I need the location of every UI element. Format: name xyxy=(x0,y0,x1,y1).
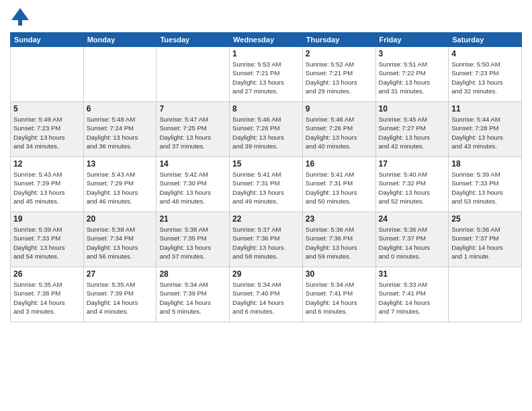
day-number: 16 xyxy=(306,159,373,169)
day-info-line: Sunset: 7:21 PM xyxy=(306,69,353,77)
day-info: Sunrise: 5:36 AMSunset: 7:36 PMDaylight:… xyxy=(306,225,373,261)
day-info: Sunrise: 5:49 AMSunset: 7:23 PMDaylight:… xyxy=(13,115,81,150)
day-number: 11 xyxy=(451,104,519,113)
day-info-line: and 34 minutes. xyxy=(13,142,59,150)
calendar-cell: 18Sunrise: 5:39 AMSunset: 7:33 PMDayligh… xyxy=(449,157,522,212)
day-number: 2 xyxy=(306,49,373,58)
day-number: 10 xyxy=(379,104,446,113)
calendar-cell: 25Sunrise: 5:36 AMSunset: 7:37 PMDayligh… xyxy=(449,212,522,267)
day-info-line: and 31 minutes. xyxy=(379,87,425,95)
day-info-line: Sunset: 7:37 PM xyxy=(451,234,498,242)
day-info: Sunrise: 5:50 AMSunset: 7:23 PMDaylight:… xyxy=(451,60,519,95)
day-info-line: Sunset: 7:33 PM xyxy=(451,179,498,187)
day-info-line: Sunset: 7:24 PM xyxy=(87,124,134,132)
day-info-line: Sunset: 7:22 PM xyxy=(379,69,426,77)
day-info-line: and 53 minutes. xyxy=(451,197,497,205)
day-info-line: Sunset: 7:30 PM xyxy=(159,179,206,187)
calendar-cell: 24Sunrise: 5:36 AMSunset: 7:37 PMDayligh… xyxy=(375,212,449,267)
calendar-day-header: Sunday xyxy=(11,33,84,47)
calendar-cell: 14Sunrise: 5:42 AMSunset: 7:30 PMDayligh… xyxy=(157,157,230,212)
calendar-cell: 6Sunrise: 5:48 AMSunset: 7:24 PMDaylight… xyxy=(83,102,157,157)
day-info-line: Sunrise: 5:35 AM xyxy=(87,281,135,288)
day-number: 13 xyxy=(87,159,154,169)
calendar-week-row: 26Sunrise: 5:35 AMSunset: 7:38 PMDayligh… xyxy=(11,267,522,322)
calendar-cell: 20Sunrise: 5:38 AMSunset: 7:34 PMDayligh… xyxy=(83,212,157,267)
day-number: 27 xyxy=(87,269,154,279)
day-info-line: Sunrise: 5:43 AM xyxy=(87,171,135,178)
day-number: 19 xyxy=(13,214,81,224)
day-info-line: and 4 minutes. xyxy=(87,308,128,315)
day-info-line: and 27 minutes. xyxy=(232,87,278,95)
day-number: 6 xyxy=(87,104,154,113)
day-info-line: Daylight: 13 hours xyxy=(13,189,65,196)
day-info-line: Sunrise: 5:37 AM xyxy=(232,226,281,233)
day-number: 3 xyxy=(379,49,446,58)
day-number: 23 xyxy=(306,214,373,224)
day-number: 28 xyxy=(159,269,226,279)
day-info-line: Daylight: 13 hours xyxy=(159,189,211,196)
day-info-line: and 48 minutes. xyxy=(159,197,205,205)
calendar-header-row: SundayMondayTuesdayWednesdayThursdayFrid… xyxy=(11,33,522,47)
day-info-line: Daylight: 14 hours xyxy=(87,299,138,306)
day-info-line: Sunrise: 5:47 AM xyxy=(159,116,208,123)
day-info-line: Daylight: 14 hours xyxy=(451,244,503,251)
day-number: 30 xyxy=(306,269,373,279)
calendar-cell: 19Sunrise: 5:39 AMSunset: 7:33 PMDayligh… xyxy=(11,212,84,267)
calendar-cell: 30Sunrise: 5:34 AMSunset: 7:41 PMDayligh… xyxy=(302,267,375,322)
day-info: Sunrise: 5:34 AMSunset: 7:41 PMDaylight:… xyxy=(306,280,373,316)
day-info-line: Sunrise: 5:36 AM xyxy=(379,226,427,233)
day-info-line: Daylight: 13 hours xyxy=(379,79,431,86)
day-info-line: Sunset: 7:38 PM xyxy=(13,289,60,297)
day-number: 20 xyxy=(87,214,154,224)
day-info-line: Sunrise: 5:51 AM xyxy=(379,60,427,68)
day-info: Sunrise: 5:38 AMSunset: 7:35 PMDaylight:… xyxy=(159,225,226,261)
day-number: 29 xyxy=(232,269,300,279)
day-info-line: Sunrise: 5:41 AM xyxy=(232,171,281,178)
day-info-line: and 29 minutes. xyxy=(306,87,351,95)
day-info-line: Sunrise: 5:41 AM xyxy=(306,171,354,178)
day-info-line: Sunrise: 5:36 AM xyxy=(451,226,500,233)
day-number: 9 xyxy=(306,104,373,113)
day-info-line: and 6 minutes. xyxy=(306,308,347,315)
day-info-line: and 6 minutes. xyxy=(232,308,274,315)
day-info-line: and 46 minutes. xyxy=(87,197,132,205)
day-info-line: Sunrise: 5:36 AM xyxy=(306,226,354,233)
day-info-line: and 40 minutes. xyxy=(306,142,351,150)
day-info: Sunrise: 5:41 AMSunset: 7:31 PMDaylight:… xyxy=(232,170,300,205)
day-info: Sunrise: 5:33 AMSunset: 7:41 PMDaylight:… xyxy=(379,280,446,316)
day-info-line: Sunset: 7:29 PM xyxy=(13,179,60,187)
day-info-line: Sunrise: 5:52 AM xyxy=(306,60,354,68)
calendar-cell: 29Sunrise: 5:34 AMSunset: 7:40 PMDayligh… xyxy=(230,267,303,322)
day-number: 21 xyxy=(159,214,226,224)
calendar-cell: 12Sunrise: 5:43 AMSunset: 7:29 PMDayligh… xyxy=(11,157,84,212)
day-info-line: Sunrise: 5:40 AM xyxy=(379,171,427,178)
calendar-day-header: Wednesday xyxy=(230,33,303,47)
calendar-cell: 31Sunrise: 5:33 AMSunset: 7:41 PMDayligh… xyxy=(375,267,449,322)
day-info-line: Sunset: 7:37 PM xyxy=(379,234,426,242)
day-info: Sunrise: 5:35 AMSunset: 7:38 PMDaylight:… xyxy=(13,280,81,316)
day-info-line: Sunrise: 5:53 AM xyxy=(232,60,281,68)
day-number: 14 xyxy=(159,159,226,169)
calendar-cell: 7Sunrise: 5:47 AMSunset: 7:25 PMDaylight… xyxy=(157,102,230,157)
day-info: Sunrise: 5:41 AMSunset: 7:31 PMDaylight:… xyxy=(306,170,373,205)
day-number: 4 xyxy=(451,49,519,58)
day-info-line: Sunset: 7:34 PM xyxy=(87,234,134,242)
day-info-line: Daylight: 13 hours xyxy=(232,244,284,251)
day-info-line: Sunrise: 5:35 AM xyxy=(13,281,62,288)
day-info: Sunrise: 5:43 AMSunset: 7:29 PMDaylight:… xyxy=(87,170,154,205)
calendar-cell: 3Sunrise: 5:51 AMSunset: 7:22 PMDaylight… xyxy=(375,47,449,102)
calendar-cell xyxy=(157,47,230,102)
day-info-line: and 58 minutes. xyxy=(232,253,278,260)
day-info-line: and 42 minutes. xyxy=(379,142,425,150)
day-info-line: Daylight: 13 hours xyxy=(232,134,284,141)
calendar-cell: 27Sunrise: 5:35 AMSunset: 7:39 PMDayligh… xyxy=(83,267,157,322)
calendar-week-row: 19Sunrise: 5:39 AMSunset: 7:33 PMDayligh… xyxy=(11,212,522,267)
day-info-line: Sunset: 7:32 PM xyxy=(379,179,426,187)
calendar-cell: 9Sunrise: 5:46 AMSunset: 7:26 PMDaylight… xyxy=(302,102,375,157)
day-info-line: Daylight: 13 hours xyxy=(306,79,357,86)
day-info-line: Sunset: 7:26 PM xyxy=(232,124,279,132)
day-info-line: Daylight: 13 hours xyxy=(13,134,65,141)
calendar-cell: 28Sunrise: 5:34 AMSunset: 7:39 PMDayligh… xyxy=(157,267,230,322)
calendar-day-header: Thursday xyxy=(302,33,375,47)
logo-icon xyxy=(10,7,30,27)
